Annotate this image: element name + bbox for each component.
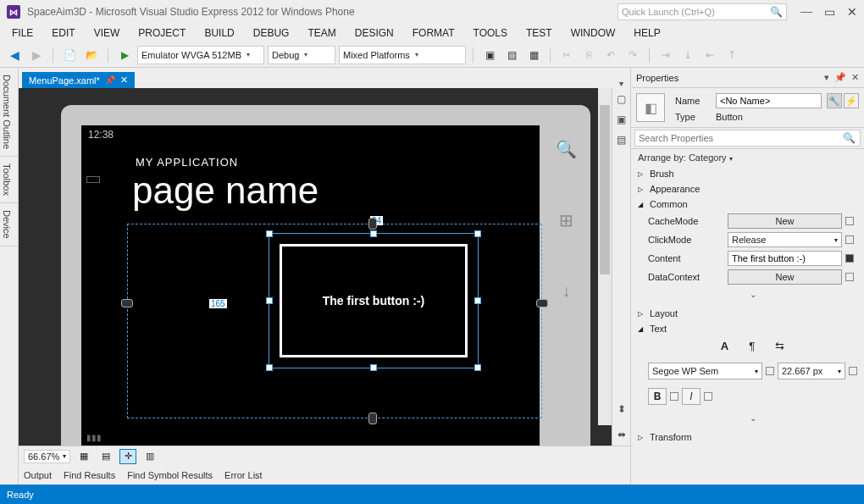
resize-handle[interactable] [266, 364, 273, 371]
content-input[interactable] [728, 251, 842, 266]
resize-handle[interactable] [474, 364, 481, 371]
panel-close-icon[interactable]: ✕ [851, 72, 859, 83]
category-brush[interactable]: ▷Brush [631, 166, 864, 181]
toolbar-btn-2[interactable]: ▤ [502, 46, 521, 64]
resize-handle[interactable] [370, 230, 377, 237]
anchor-right-icon[interactable] [536, 299, 548, 307]
menu-help[interactable]: HELP [625, 25, 668, 41]
property-marker[interactable] [845, 217, 854, 225]
bold-button[interactable]: B [648, 388, 667, 405]
maximize-button[interactable]: ▭ [824, 5, 835, 19]
tab-toolbox[interactable]: Toolbox [0, 157, 18, 203]
menu-tools[interactable]: TOOLS [465, 25, 516, 41]
arrange-by-dropdown[interactable]: Arrange by: Category ▾ [631, 149, 864, 166]
menu-team[interactable]: TEAM [299, 25, 344, 41]
rail-icon-2[interactable]: ▣ [617, 114, 626, 125]
snap-lines-button[interactable]: ✛ [119, 449, 136, 464]
tab-document-outline[interactable]: Document Outline [0, 68, 18, 157]
resize-handle[interactable] [370, 364, 377, 371]
text-tab-other[interactable]: ⇆ [775, 340, 784, 352]
toolbar-step-4[interactable]: ⤒ [723, 46, 741, 64]
panel-options-icon[interactable]: ▾ [824, 72, 829, 83]
toolbar-copy[interactable]: ⎘ [579, 46, 598, 64]
resize-handle[interactable] [474, 297, 481, 304]
menu-debug[interactable]: DEBUG [245, 25, 298, 41]
tab-device[interactable]: Device [0, 203, 18, 246]
menu-build[interactable]: BUILD [196, 25, 242, 41]
menu-edit[interactable]: EDIT [43, 25, 83, 41]
toolbar-btn-1[interactable]: ▣ [480, 46, 499, 64]
tab-overflow-button[interactable]: ▾ [619, 79, 623, 88]
panel-pin-icon[interactable]: 📌 [834, 72, 846, 83]
toolbar-step-3[interactable]: ⇤ [701, 46, 719, 64]
menu-window[interactable]: WINDOW [562, 25, 624, 41]
text-tab-paragraph[interactable]: ¶ [749, 340, 755, 352]
font-family-dropdown[interactable]: Segoe WP Sem▾ [648, 363, 762, 379]
close-tab-icon[interactable]: ✕ [120, 75, 128, 86]
toolbar-redo[interactable]: ↷ [623, 46, 642, 64]
datacontext-new-button[interactable]: New [728, 269, 842, 285]
grid-view-button[interactable]: ▦ [75, 449, 92, 464]
emulator-dropdown[interactable]: Emulator WVGA 512MB▾ [137, 46, 264, 64]
rail-split-icon[interactable]: ⬌ [618, 429, 626, 440]
resize-handle[interactable] [266, 297, 273, 304]
vertical-scrollbar[interactable] [598, 88, 612, 425]
doc-tab-menupage[interactable]: MenuPage.xaml* 📌 ✕ [22, 72, 135, 88]
category-transform[interactable]: ▷Transform [631, 429, 864, 445]
config-dropdown[interactable]: Debug▾ [268, 46, 335, 64]
expand-common-button[interactable]: ⌄ [648, 288, 857, 301]
rail-icon-3[interactable]: ▤ [617, 134, 626, 146]
tab-find-symbol-results[interactable]: Find Symbol Results [127, 470, 213, 480]
rail-expand-icon[interactable]: ⬍ [618, 403, 626, 415]
category-appearance[interactable]: ▷Appearance [631, 181, 864, 197]
start-debug-button[interactable]: ▶ [115, 46, 134, 64]
category-common[interactable]: ◢Common [631, 197, 864, 212]
property-marker[interactable] [670, 392, 678, 401]
toolbar-btn-3[interactable]: ▦ [524, 46, 543, 64]
property-marker[interactable] [849, 367, 857, 375]
clickmode-dropdown[interactable]: Release▾ [728, 232, 842, 247]
property-marker[interactable] [766, 367, 774, 375]
category-text[interactable]: ◢Text [631, 321, 864, 336]
anchor-bottom-icon[interactable] [368, 413, 377, 424]
nav-back-button[interactable]: ◀ [5, 46, 24, 64]
designed-button[interactable]: The first button :-) [280, 244, 468, 357]
property-marker[interactable] [845, 273, 854, 281]
properties-view-button[interactable]: 🔧 [827, 93, 842, 108]
tab-find-results[interactable]: Find Results [64, 470, 115, 480]
menu-test[interactable]: TEST [518, 25, 561, 41]
zoom-combo[interactable]: 66.67% ▾ [24, 450, 70, 463]
pin-icon[interactable]: 📌 [105, 75, 115, 85]
menu-format[interactable]: FORMAT [404, 25, 463, 41]
property-marker[interactable] [845, 254, 854, 263]
events-view-button[interactable]: ⚡ [844, 93, 859, 108]
phone-screen[interactable]: 12:38 ▮▮▮ MY APPLICATION page name 54 16… [81, 125, 540, 446]
italic-button[interactable]: I [682, 388, 701, 405]
anchor-top-icon[interactable] [368, 218, 377, 230]
resize-handle[interactable] [474, 230, 481, 237]
tab-error-list[interactable]: Error List [224, 470, 263, 480]
grid-selection[interactable]: 54 165 [127, 224, 542, 418]
property-marker[interactable] [704, 392, 712, 401]
resize-handle[interactable] [266, 230, 273, 237]
button-selection[interactable]: The first button :-) [269, 233, 479, 368]
text-tab-font[interactable]: A [721, 340, 728, 352]
rail-icon-1[interactable]: ▢ [617, 93, 626, 105]
toolbar-undo[interactable]: ↶ [601, 46, 620, 64]
properties-search-input[interactable] [634, 130, 861, 147]
tab-output[interactable]: Output [24, 470, 52, 480]
category-layout[interactable]: ▷Layout [631, 306, 864, 321]
nav-forward-button[interactable]: ▶ [27, 46, 46, 64]
name-input[interactable] [716, 93, 822, 108]
toolbar-step-1[interactable]: ⇥ [656, 46, 675, 64]
expand-text-button[interactable]: ⌄ [648, 412, 857, 424]
toolbar-cut[interactable]: ✂ [557, 46, 576, 64]
snap-button[interactable]: ▤ [97, 449, 114, 464]
menu-view[interactable]: VIEW [86, 25, 129, 41]
menu-design[interactable]: DESIGN [346, 25, 402, 41]
platform-dropdown[interactable]: Mixed Platforms▾ [339, 46, 466, 64]
quick-launch-input[interactable]: Quick Launch (Ctrl+Q) 🔍 [618, 3, 787, 20]
anchor-left-icon[interactable] [121, 299, 133, 307]
minimize-button[interactable]: — [800, 5, 812, 19]
new-project-button[interactable]: 📄 [60, 46, 79, 64]
